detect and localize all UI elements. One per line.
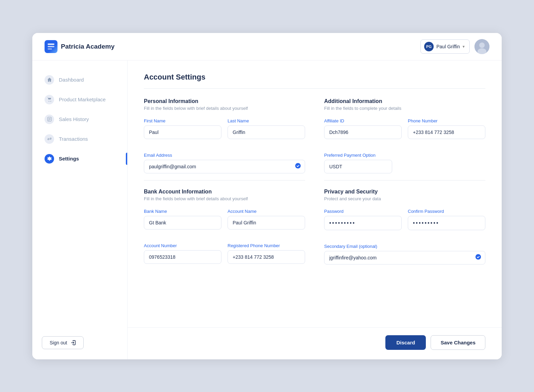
footer-buttons: Discard Save Changes	[128, 327, 502, 359]
privacy-section-desc: Protect and secure your data	[324, 196, 485, 201]
secondary-email-verified-icon	[475, 254, 481, 261]
secondary-email-input-wrapper	[324, 251, 485, 265]
confirm-password-label: Confirm Password	[408, 209, 485, 214]
sidebar-item-label: Settings	[59, 156, 79, 161]
confirm-password-input[interactable]	[408, 216, 485, 230]
payment-group: Preferred Payment Option	[324, 153, 485, 173]
svg-point-6	[48, 101, 49, 102]
account-number-row: Account Number Registered Phone Number	[144, 243, 305, 271]
app-name: Patricia Academy	[61, 43, 115, 50]
two-col-layout: Personal Information Fill in the fields …	[144, 98, 485, 317]
user-name: Paul Griffin	[436, 44, 460, 49]
signout-icon	[70, 340, 76, 345]
bank-divider	[144, 180, 305, 181]
email-group: Email Address	[144, 153, 305, 173]
svg-rect-1	[48, 46, 54, 47]
header-right: PG Paul Griffin ▾	[420, 39, 489, 54]
signout-label: Sign out	[50, 340, 67, 345]
settings-container: Account Settings Personal Information Fi…	[128, 61, 502, 327]
signout-button[interactable]: Sign out	[42, 336, 84, 349]
bank-section-title: Bank Account Information	[144, 189, 305, 195]
bank-name-label: Bank Name	[144, 209, 221, 214]
gear-icon	[45, 154, 54, 164]
svg-point-12	[49, 158, 50, 159]
user-photo-avatar	[474, 39, 489, 54]
logo-icon	[45, 40, 57, 53]
sidebar-item-label: Sales History	[59, 116, 89, 122]
sidebar-nav: Dashboard Product Marketplace	[32, 71, 127, 326]
sidebar-bottom: Sign out	[32, 336, 127, 349]
main-content: Account Settings Personal Information Fi…	[128, 61, 502, 359]
left-column: Personal Information Fill in the fields …	[144, 98, 305, 317]
sidebar-item-sales-history[interactable]: Sales History	[38, 110, 121, 129]
first-name-label: First Name	[144, 118, 221, 123]
clipboard-icon	[45, 115, 54, 124]
save-changes-button[interactable]: Save Changes	[431, 335, 485, 350]
svg-rect-0	[48, 44, 54, 45]
sidebar-item-dashboard[interactable]: Dashboard	[38, 71, 121, 89]
secondary-email-input[interactable]	[324, 251, 485, 265]
account-number-label: Account Number	[144, 243, 221, 248]
sidebar-item-transactions[interactable]: Transactions	[38, 130, 121, 148]
home-icon	[45, 75, 54, 85]
bank-section-desc: Fill in the fields below with brief deta…	[144, 196, 305, 201]
account-number-group: Account Number	[144, 243, 221, 264]
chevron-down-icon: ▾	[463, 44, 465, 49]
svg-rect-2	[48, 48, 52, 50]
password-row: Password Confirm Password	[324, 209, 485, 237]
affiliate-id-label: Affiliate ID	[324, 118, 402, 123]
reg-phone-input[interactable]	[228, 250, 305, 264]
sidebar: Dashboard Product Marketplace	[32, 61, 128, 359]
confirm-password-group: Confirm Password	[408, 209, 485, 230]
phone-label: Phone Number	[408, 118, 485, 123]
account-name-input[interactable]	[228, 216, 305, 229]
verified-icon	[295, 163, 301, 170]
sidebar-item-label: Dashboard	[59, 77, 84, 83]
page-title: Account Settings	[144, 73, 485, 82]
payment-label: Preferred Payment Option	[324, 153, 485, 158]
name-row: First Name Last Name	[144, 118, 305, 146]
account-number-input[interactable]	[144, 250, 221, 264]
transactions-icon	[45, 134, 54, 144]
account-name-group: Account Name	[228, 209, 305, 229]
privacy-divider	[324, 180, 485, 181]
user-dropdown[interactable]: PG Paul Griffin ▾	[420, 39, 470, 54]
sidebar-item-label: Product Marketplace	[59, 97, 106, 102]
phone-input[interactable]	[408, 125, 485, 139]
affiliate-id-input[interactable]	[324, 125, 402, 139]
password-input[interactable]	[324, 216, 402, 230]
personal-section-desc: Fill in the fields below with brief deta…	[144, 106, 305, 111]
secondary-email-group: Secondary Email (optional)	[324, 244, 485, 265]
svg-point-7	[50, 101, 51, 102]
affiliate-phone-row: Affiliate ID Phone Number	[324, 118, 485, 146]
last-name-input[interactable]	[228, 125, 305, 139]
password-group: Password	[324, 209, 402, 230]
svg-point-13	[295, 163, 301, 168]
email-label: Email Address	[144, 153, 305, 158]
affiliate-id-group: Affiliate ID	[324, 118, 402, 139]
discard-button[interactable]: Discard	[385, 335, 426, 350]
account-name-label: Account Name	[228, 209, 305, 214]
bank-name-group: Bank Name	[144, 209, 221, 229]
email-input[interactable]	[144, 160, 305, 173]
phone-group: Phone Number	[408, 118, 485, 139]
first-name-input[interactable]	[144, 125, 221, 139]
payment-input[interactable]	[324, 160, 392, 173]
user-initials-badge: PG	[424, 42, 434, 51]
privacy-section-title: Privacy and Security	[324, 189, 485, 195]
password-label: Password	[324, 209, 402, 214]
bank-name-row: Bank Name Account Name	[144, 209, 305, 236]
svg-point-4	[479, 42, 485, 48]
sidebar-item-settings[interactable]: Settings	[38, 150, 121, 168]
email-input-wrapper	[144, 160, 305, 173]
bank-name-input[interactable]	[144, 216, 221, 229]
reg-phone-group: Registered Phone Number	[228, 243, 305, 264]
first-name-group: First Name	[144, 118, 221, 139]
right-column: Additional Information Fill in the field…	[324, 98, 485, 317]
additional-section-title: Additional Information	[324, 98, 485, 104]
sidebar-item-product-marketplace[interactable]: Product Marketplace	[38, 90, 121, 109]
sidebar-item-label: Transactions	[59, 136, 88, 142]
header: Patricia Academy PG Paul Griffin ▾	[32, 33, 502, 61]
personal-section-title: Personal Information	[144, 98, 305, 104]
additional-section-desc: Fill in the fields to complete your deta…	[324, 106, 485, 111]
